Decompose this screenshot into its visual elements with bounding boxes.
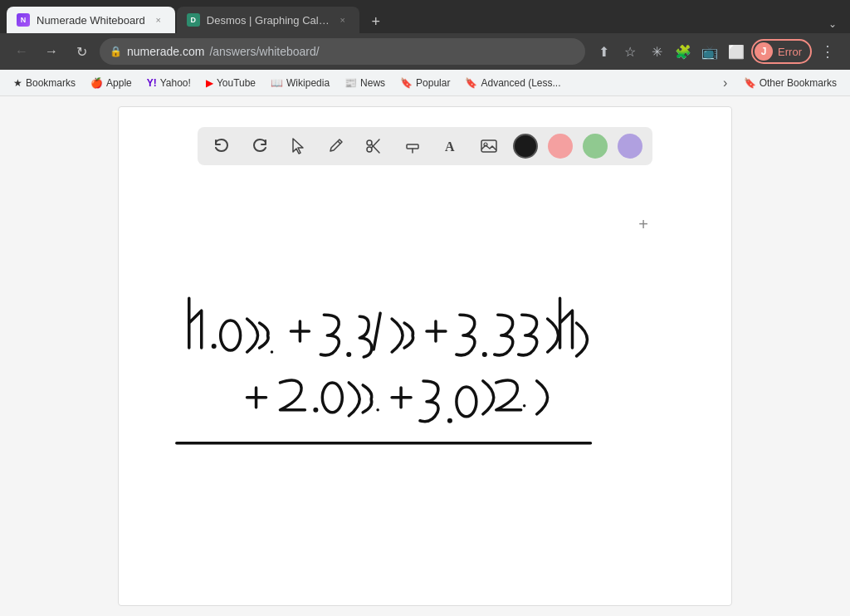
svg-point-24 [447,418,452,423]
bookmark-youtube[interactable]: ▶ YouTube [199,75,262,91]
advanced-icon: 🔖 [465,77,477,89]
address-url-path: /answers/whiteboard/ [209,45,319,58]
bookmark-apple[interactable]: 🍎 Apple [84,75,139,91]
whiteboard[interactable]: A + [118,106,732,606]
bookmark-yahoo-label: Yahoo! [160,77,191,89]
lock-icon: 🔒 [110,46,122,57]
bookmark-yahoo[interactable]: Y! Yahoo! [140,75,198,91]
svg-point-17 [482,352,487,357]
whiteboard-canvas[interactable] [119,107,731,605]
desmos-favicon-icon: D [187,13,200,27]
tab-numerade-title: Numerade Whiteboard [37,14,145,27]
bookmark-star-icon[interactable]: ☆ [618,40,642,63]
numerade-favicon-icon: N [17,13,30,27]
bookmark-bookmarks-label: Bookmarks [26,77,76,89]
profile-status: Error [778,46,802,58]
new-tab-button[interactable]: + [364,10,388,33]
yahoo-icon: Y! [147,77,157,89]
bookmarks-other-label: Other Bookmarks [760,77,837,89]
tab-numerade-close[interactable]: × [152,13,165,27]
youtube-icon: ▶ [206,77,213,89]
profile-button[interactable]: J Error [751,39,812,64]
bookmark-apple-label: Apple [106,77,132,89]
reload-button[interactable]: ↻ [70,40,93,63]
svg-point-11 [221,320,241,350]
bookmark-news[interactable]: 📰 News [338,75,392,91]
bookmark-youtube-label: YouTube [217,77,256,89]
address-bar: ← → ↻ 🔒 numerade.com/answers/whiteboard/… [0,33,850,70]
apple-icon: 🍎 [90,77,103,89]
browser-toolbar-icons: ⬆ ☆ ✳ 🧩 📺 ⬜ J Error ⋮ [592,39,840,64]
profile-avatar: J [755,42,773,61]
tab-expand-button[interactable]: ⌄ [822,15,843,33]
bookmark-star-icon: ★ [13,77,22,89]
bookmark-advanced-label: Advanced (Less... [481,77,560,89]
svg-point-20 [313,408,318,413]
wikipedia-icon: 📖 [271,77,283,89]
share-icon[interactable]: ⬆ [592,40,615,63]
tab-desmos-close[interactable]: × [336,13,349,27]
tab-desmos[interactable]: D Desmos | Graphing Calculat... × [177,7,359,33]
bookmarks-other-icon: 🔖 [744,77,756,89]
address-input[interactable]: 🔒 numerade.com/answers/whiteboard/ [100,38,585,65]
popular-icon: 🔖 [400,77,413,89]
equation-line1 [189,298,588,357]
bookmark-wikipedia-label: Wikipedia [286,77,330,89]
cast-icon[interactable]: 📺 [698,40,721,63]
bookmark-popular-label: Popular [416,77,450,89]
bookmarks-bar: ★ Bookmarks 🍎 Apple Y! Yahoo! ▶ YouTube … [0,70,850,96]
equation-line2 [247,380,548,423]
news-icon: 📰 [344,77,357,89]
extensions-icon[interactable]: ✳ [645,40,668,63]
whiteboard-container: A + [0,96,850,616]
bookmarks-more-button[interactable]: › [716,73,735,93]
bookmark-bookmarks[interactable]: ★ Bookmarks [7,75,82,91]
bookmark-popular[interactable]: 🔖 Popular [393,75,457,91]
svg-point-21 [322,383,342,413]
back-button[interactable]: ← [10,40,33,63]
menu-button[interactable]: ⋮ [815,39,840,64]
window-icon[interactable]: ⬜ [725,40,748,63]
tab-bar: N Numerade Whiteboard × D Desmos | Graph… [0,0,850,33]
browser-chrome: N Numerade Whiteboard × D Desmos | Graph… [0,0,850,96]
bookmark-news-label: News [360,77,385,89]
svg-point-25 [457,387,476,417]
forward-button[interactable]: → [40,40,63,63]
puzzle-icon[interactable]: 🧩 [672,40,695,63]
tab-desmos-title: Desmos | Graphing Calculat... [207,14,330,27]
address-url-base: numerade.com [127,45,204,58]
tab-numerade[interactable]: N Numerade Whiteboard × [7,7,175,33]
svg-point-10 [212,344,217,349]
bookmark-advanced[interactable]: 🔖 Advanced (Less... [458,75,567,91]
bookmark-wikipedia[interactable]: 📖 Wikipedia [264,75,336,91]
svg-point-14 [346,352,351,357]
bookmarks-other[interactable]: 🔖 Other Bookmarks [737,75,843,91]
